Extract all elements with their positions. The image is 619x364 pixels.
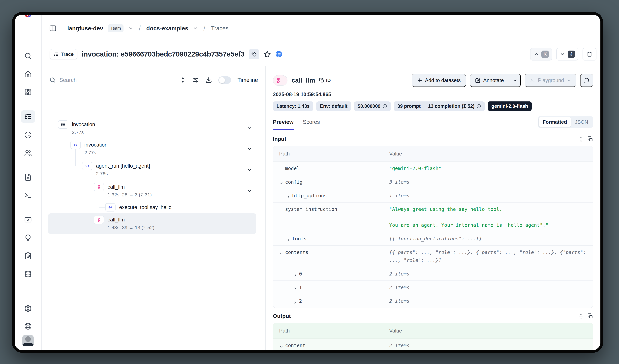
annotate-dropdown[interactable] — [510, 78, 520, 83]
collapse-all-icon[interactable] — [180, 77, 186, 83]
tree-node-label: invocation — [84, 141, 108, 149]
tree-search-input[interactable]: Search — [49, 77, 173, 83]
bookmark-star-button[interactable] — [264, 51, 271, 58]
star-icon — [264, 51, 271, 58]
table-row-content: content2 items — [273, 338, 593, 350]
tree-node-collapse-chevron[interactable] — [247, 168, 252, 172]
view-mode-switch: FormattedJSON — [538, 116, 593, 128]
metrics-badges: Latency: 1.43sEnv: default$0.00000939 pr… — [273, 101, 593, 111]
globe-icon — [275, 50, 282, 58]
edit-icon — [475, 78, 480, 83]
info-icon[interactable] — [477, 104, 481, 109]
project-name[interactable]: docs-examples — [146, 25, 188, 32]
chevron-right-icon[interactable] — [293, 299, 297, 303]
generation-icon — [275, 77, 281, 84]
tree-node-invocation[interactable]: invocation2.77s — [70, 141, 108, 156]
table-row-http_options: http_options1 items — [273, 189, 593, 202]
sidebar-item-users[interactable] — [21, 147, 35, 159]
copy-icon[interactable] — [588, 313, 593, 319]
next-trace-button[interactable]: J — [556, 48, 578, 60]
row-path: 0 — [299, 270, 302, 278]
tree-node-label: call_llm — [108, 216, 154, 224]
sidebar-item-search[interactable] — [21, 50, 35, 62]
sidebar-item-evaluation[interactable] — [21, 213, 35, 226]
tree-node-execute_tool-say_hello[interactable]: execute_tool say_hello — [105, 203, 171, 211]
tree-connector-line — [63, 145, 71, 145]
output-section-title: Output — [273, 313, 291, 319]
row-path: content — [285, 341, 305, 350]
chevron-right-icon[interactable] — [286, 194, 290, 198]
table-row-1: 12 items — [273, 280, 593, 294]
table-row-0: 02 items — [273, 267, 593, 280]
view-settings-icon[interactable] — [193, 77, 199, 83]
table-header-row: PathValue — [273, 146, 593, 161]
row-path: config — [285, 178, 303, 186]
row-path: http_options — [292, 192, 327, 200]
breadcrumb-page[interactable]: Traces — [211, 25, 229, 32]
sidebar-item-dashboards[interactable] — [21, 86, 35, 98]
tree-node-metrics: 2.77s — [84, 149, 108, 156]
tree-node-collapse-chevron[interactable] — [247, 126, 252, 131]
sidebar-item-insights[interactable] — [21, 232, 35, 244]
chevron-down-icon[interactable] — [279, 180, 283, 184]
copy-id-button[interactable]: ID — [319, 78, 331, 83]
sidebar-item-tracing[interactable] — [21, 110, 35, 123]
project-switcher-chevron-icon[interactable] — [193, 26, 198, 31]
tree-node-invocation[interactable]: invocation2.77s — [58, 120, 95, 136]
chevron-right-icon[interactable] — [293, 285, 297, 290]
timeline-toggle-label: Timeline — [238, 77, 258, 83]
org-switcher-chevron-icon[interactable] — [128, 26, 133, 31]
chevron-right-icon[interactable] — [293, 272, 297, 276]
tree-node-collapse-chevron[interactable] — [247, 146, 252, 151]
breadcrumb: langfuse-dev Team / docs-examples / Trac… — [42, 14, 600, 42]
tab-preview[interactable]: Preview — [273, 119, 294, 130]
download-icon[interactable] — [205, 77, 212, 83]
trace-icon — [53, 52, 59, 57]
detail-tabs: PreviewScores FormattedJSON — [273, 116, 593, 130]
tree-node-call_llm[interactable]: call_llm1.32s 28 → 3 (Σ 31) — [94, 183, 152, 198]
chevron-right-icon[interactable] — [286, 237, 290, 241]
copy-icon[interactable] — [588, 136, 593, 142]
sidebar-item-settings[interactable] — [21, 302, 35, 315]
tree-node-agent_run-hello_agent-[interactable]: agent_run [hello_agent]2.76s — [82, 162, 150, 177]
span-icon — [85, 163, 90, 168]
tree-node-collapse-chevron[interactable] — [247, 188, 252, 194]
row-value: 2 items — [389, 281, 593, 294]
annotate-button[interactable]: Annotate — [470, 74, 521, 87]
sidebar-item-playground[interactable] — [21, 189, 35, 202]
sidebar-item-support[interactable] — [21, 320, 35, 333]
span-icon — [108, 205, 113, 210]
row-path: 1 — [299, 283, 302, 291]
sidebar-item-home[interactable] — [21, 68, 35, 80]
tags-button[interactable] — [249, 49, 259, 59]
timeline-toggle[interactable] — [218, 76, 231, 84]
user-avatar[interactable] — [22, 335, 34, 346]
sidebar-toggle-icon[interactable] — [49, 25, 57, 32]
trace-header: Trace invocation: e59666703bedc7090229c4… — [42, 42, 600, 66]
add-to-datasets-button[interactable]: Add to datasets — [412, 74, 466, 87]
playground-button[interactable]: Playground — [525, 74, 576, 87]
view-mode-formatted[interactable]: Formatted — [539, 117, 571, 127]
public-share-button[interactable] — [275, 51, 282, 58]
org-name[interactable]: langfuse-dev — [67, 25, 103, 32]
clock-icon — [24, 131, 32, 139]
row-value: 2 items — [389, 339, 593, 350]
chevron-down-icon[interactable] — [279, 250, 283, 254]
comments-button[interactable] — [580, 74, 593, 87]
tab-scores[interactable]: Scores — [303, 119, 320, 130]
view-mode-json[interactable]: JSON — [571, 117, 592, 127]
sidebar-item-prompts[interactable] — [21, 171, 35, 183]
sidebar-item-annotation-queues[interactable] — [21, 250, 35, 262]
expand-vertical-icon[interactable] — [578, 136, 584, 142]
sidebar-item-datasets[interactable] — [21, 268, 35, 281]
chevron-down-icon[interactable] — [279, 343, 283, 348]
sidebar-item-sessions[interactable] — [21, 129, 35, 141]
model-badge: gemini-2.0-flash — [488, 101, 532, 111]
tree-node-call_llm[interactable]: call_llm1.43s 39 → 13 (Σ 52) — [94, 216, 154, 231]
delete-trace-button[interactable] — [583, 48, 596, 60]
expand-vertical-icon[interactable] — [578, 313, 584, 319]
prev-trace-button[interactable]: K — [530, 48, 552, 60]
home-icon — [24, 70, 32, 78]
info-icon[interactable] — [382, 104, 387, 109]
table-row-config: config3 items — [273, 175, 593, 189]
